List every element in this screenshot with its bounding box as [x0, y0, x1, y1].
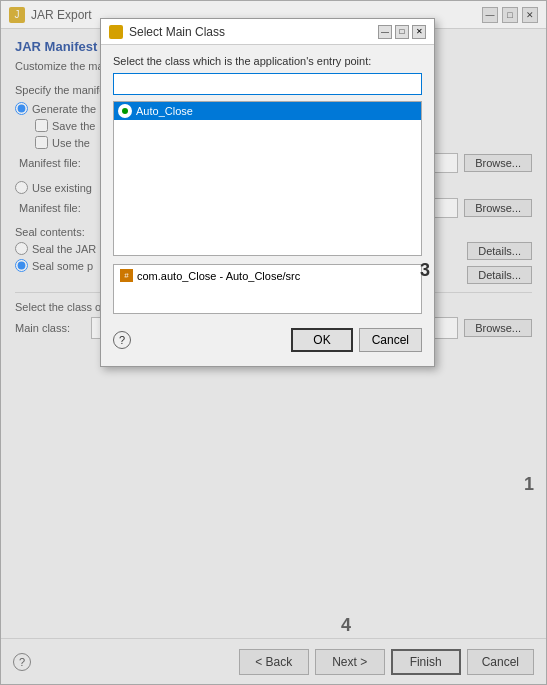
- modal-footer-buttons: OK Cancel: [291, 328, 422, 352]
- modal-footer: ? OK Cancel: [113, 324, 422, 356]
- select-main-class-dialog: Select Main Class — □ ✕ Select the class…: [100, 18, 435, 367]
- modal-ok-button[interactable]: OK: [291, 328, 352, 352]
- modal-close-button[interactable]: ✕: [412, 25, 426, 39]
- modal-icon: [109, 25, 123, 39]
- class-icon: [118, 104, 132, 118]
- modal-controls[interactable]: — □ ✕: [378, 25, 426, 39]
- modal-cancel-button[interactable]: Cancel: [359, 328, 422, 352]
- src-icon: #: [120, 269, 133, 282]
- modal-content: Select the class which is the applicatio…: [101, 45, 434, 366]
- modal-title-left: Select Main Class: [109, 25, 225, 39]
- modal-titlebar: Select Main Class — □ ✕: [101, 19, 434, 45]
- list-item[interactable]: Auto_Close: [114, 102, 421, 120]
- modal-class-list[interactable]: Auto_Close: [113, 101, 422, 256]
- modal-maximize-button[interactable]: □: [395, 25, 409, 39]
- source-item-text: com.auto_Close - Auto_Close/src: [137, 270, 300, 282]
- modal-search-input[interactable]: [113, 73, 422, 95]
- class-name: Auto_Close: [136, 105, 193, 117]
- class-icon-inner: [122, 108, 128, 114]
- modal-footer-left: ?: [113, 331, 131, 349]
- modal-source-box: # com.auto_Close - Auto_Close/src: [113, 264, 422, 314]
- modal-minimize-button[interactable]: —: [378, 25, 392, 39]
- modal-help-icon[interactable]: ?: [113, 331, 131, 349]
- modal-title-text: Select Main Class: [129, 25, 225, 39]
- step-3-label: 3: [420, 260, 430, 281]
- modal-prompt: Select the class which is the applicatio…: [113, 55, 422, 67]
- source-item[interactable]: # com.auto_Close - Auto_Close/src: [114, 265, 421, 286]
